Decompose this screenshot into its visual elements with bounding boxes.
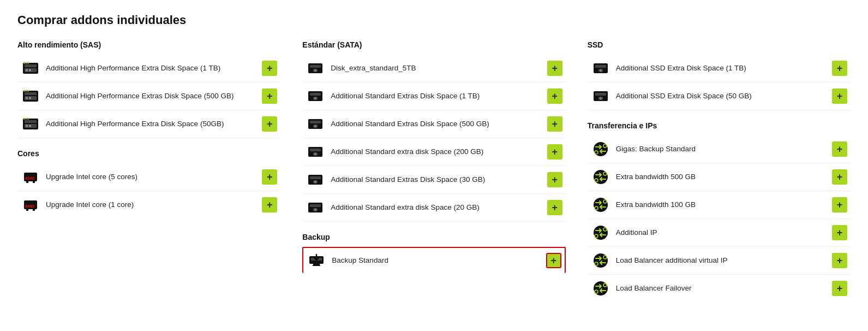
add-button[interactable]: +: [547, 172, 562, 187]
svg-text:AMD: AMD: [25, 204, 34, 209]
svg-text:SAS: SAS: [23, 89, 29, 92]
addon-label: Load Balancer additional virtual IP: [616, 256, 827, 265]
sas-icon: SAS: [21, 114, 40, 134]
addon-label: Backup Standard: [332, 256, 540, 265]
svg-rect-1: [25, 64, 37, 67]
svg-point-49: [315, 209, 316, 211]
svg-rect-21: [33, 181, 35, 183]
addon-label: Extra bandwidth 500 GB: [616, 172, 827, 182]
addon-label: Additional IP: [616, 228, 827, 238]
addon-label: Upgrade Intel core (5 cores): [46, 172, 256, 182]
add-button[interactable]: +: [547, 200, 562, 215]
addon-label: Additional High Performance Extra Disk S…: [46, 119, 256, 129]
svg-rect-47: [310, 204, 321, 207]
tr-item-2: Extra bandwidth 500 GB +: [588, 163, 851, 191]
network-icon: [591, 251, 610, 270]
tr-item-4: Additional IP +: [588, 219, 851, 247]
addon-label: Additional High Performance Extra Disk S…: [46, 63, 256, 73]
add-button[interactable]: +: [832, 169, 847, 185]
svg-rect-15: [26, 125, 28, 127]
add-button[interactable]: +: [262, 169, 277, 185]
add-button[interactable]: +: [832, 141, 847, 157]
addon-label: Additional Standard Extras Disk Space (3…: [331, 175, 541, 185]
sas-item-1: SAS Additional High Performance Extra Di…: [17, 55, 280, 82]
ssd-item-1: Additional SSD Extra Disk Space (1 TB) +: [588, 55, 851, 82]
addon-label: Additional Standard extra disk Space (20…: [331, 203, 541, 212]
add-button[interactable]: +: [832, 253, 847, 268]
disk-icon: [591, 58, 610, 78]
addon-label: Additional Standard extra disk Space (20…: [331, 147, 541, 157]
disk-icon: [306, 198, 325, 217]
add-button[interactable]: +: [262, 197, 277, 212]
core-item-1: AMD Upgrade Intel core (5 cores) +: [17, 163, 280, 191]
svg-point-59: [600, 98, 601, 99]
svg-point-29: [315, 70, 316, 72]
add-button[interactable]: +: [547, 88, 562, 104]
addon-label: Upgrade Intel core (1 core): [46, 200, 256, 210]
svg-point-41: [315, 153, 316, 155]
add-button[interactable]: +: [832, 197, 847, 212]
tr-item-3: Extra bandwidth 100 GB +: [588, 191, 851, 219]
section-title-cores: Cores: [17, 149, 280, 158]
section-title-transferencia: Transferencia e IPs: [588, 121, 851, 130]
section-title-backup: Backup: [302, 233, 565, 241]
disk-icon: [306, 58, 325, 78]
addon-label: Additional High Performance Extras Disk …: [46, 91, 256, 101]
disk-icon: [306, 114, 325, 134]
svg-rect-24: [26, 209, 28, 211]
page-title: Comprar addons individuales: [17, 13, 851, 27]
addon-label: Additional SSD Extra Disk Space (50 GB): [616, 91, 827, 101]
sata-item-1: Disk_extra_standard_5TB +: [302, 55, 565, 82]
sas-icon: SAS: [21, 58, 40, 78]
sata-item-3: Additional Standard Extras Disk Space (5…: [302, 110, 565, 138]
svg-rect-57: [595, 93, 606, 96]
svg-text:SAS: SAS: [23, 117, 29, 120]
svg-rect-39: [310, 149, 321, 151]
svg-rect-27: [310, 65, 321, 68]
add-button[interactable]: +: [546, 253, 561, 268]
svg-rect-25: [33, 209, 35, 211]
svg-text:AMD: AMD: [25, 176, 34, 181]
svg-rect-10: [29, 97, 31, 99]
sata-item-4: Additional Standard extra disk Space (20…: [302, 138, 565, 166]
svg-point-33: [315, 98, 316, 99]
add-button[interactable]: +: [547, 144, 562, 159]
tr-item-1: Gigas: Backup Standard +: [588, 135, 851, 163]
network-icon: [591, 279, 610, 298]
svg-rect-7: [25, 92, 37, 95]
addon-label: Additional Standard Extras Disk Space (1…: [331, 91, 541, 101]
amd-icon: AMD: [21, 167, 40, 187]
svg-text:SAS: SAS: [23, 61, 29, 64]
add-button[interactable]: +: [262, 88, 277, 104]
section-title-alto: Alto rendimiento (SAS): [17, 40, 280, 49]
svg-rect-9: [26, 97, 28, 99]
svg-point-45: [315, 181, 316, 183]
network-icon: [591, 167, 610, 187]
svg-rect-3: [26, 69, 28, 72]
add-button[interactable]: +: [547, 61, 562, 76]
svg-rect-13: [25, 120, 37, 123]
add-button[interactable]: +: [832, 88, 847, 104]
add-button[interactable]: +: [832, 225, 847, 240]
add-button[interactable]: +: [547, 116, 562, 132]
add-button[interactable]: +: [262, 116, 277, 132]
amd-icon: AMD: [21, 195, 40, 215]
sas-item-2: SAS Additional High Performance Extras D…: [17, 82, 280, 110]
add-button[interactable]: +: [832, 61, 847, 76]
disk-icon: [306, 142, 325, 162]
addon-label: Disk_extra_standard_5TB: [331, 63, 541, 73]
section-title-ssd: SSD: [588, 40, 851, 49]
svg-point-37: [315, 126, 316, 127]
sata-item-2: Additional Standard Extras Disk Space (1…: [302, 82, 565, 110]
disk-icon: [306, 170, 325, 190]
tr-item-6: Load Balancer Failover +: [588, 275, 851, 302]
svg-rect-20: [26, 181, 28, 183]
addon-label: Gigas: Backup Standard: [616, 144, 827, 154]
backup-item-1: Backup Standard +: [302, 247, 565, 273]
sata-item-6: Additional Standard extra disk Space (20…: [302, 194, 565, 222]
disk-icon: [306, 86, 325, 106]
add-button[interactable]: +: [262, 61, 277, 76]
network-icon: [591, 223, 610, 243]
svg-rect-31: [310, 93, 321, 96]
add-button[interactable]: +: [832, 281, 847, 296]
